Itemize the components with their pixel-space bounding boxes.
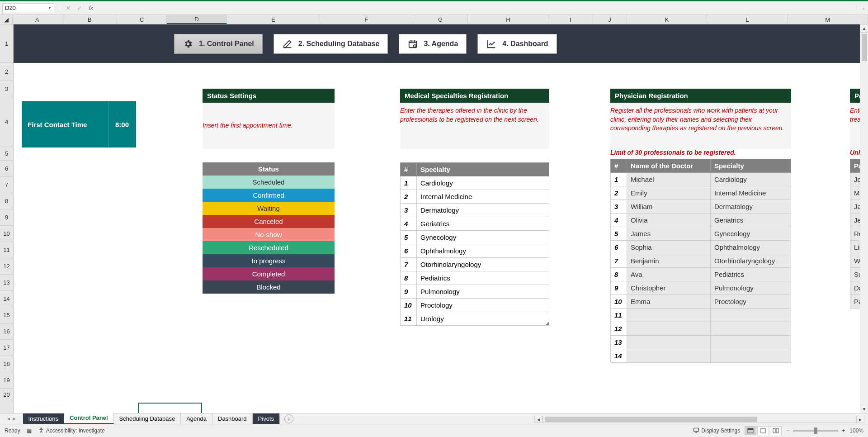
scroll-left-icon[interactable]: ◄ (534, 416, 542, 423)
sheet-tab-scheduling-database[interactable]: Scheduling Database (114, 413, 181, 424)
table-row[interactable]: 1MichaelCardiology (611, 173, 791, 186)
table-row[interactable]: 1Cardiology (401, 176, 549, 190)
formula-bar-expand-icon[interactable]: ⌄ (857, 5, 866, 10)
display-settings-icon[interactable] (693, 427, 699, 435)
row-header-19[interactable]: 19 (0, 372, 13, 389)
row-header-7[interactable]: 7 (0, 177, 13, 193)
row-header-11[interactable]: 11 (0, 242, 13, 258)
status-row[interactable]: Rescheduled (203, 241, 335, 254)
table-row[interactable]: 14 (611, 349, 791, 363)
column-header-L[interactable]: L (707, 15, 788, 24)
accept-formula-icon[interactable]: ✓ (75, 4, 84, 13)
accessibility-icon[interactable] (38, 427, 44, 435)
row-header-13[interactable]: 13 (0, 275, 13, 291)
column-header-E[interactable]: E (227, 15, 320, 24)
table-row[interactable]: 10EmmaProctology (611, 295, 791, 309)
zoom-in-button[interactable]: + (842, 428, 845, 434)
table-row[interactable]: 2EmilyInternal Medicine (611, 186, 791, 200)
view-normal-button[interactable] (745, 426, 756, 435)
table-row[interactable]: 8AvaPediatrics (611, 268, 791, 281)
row-header-18[interactable]: 18 (0, 356, 13, 372)
table-row[interactable]: 3WilliamDermatology (611, 200, 791, 214)
select-all-corner[interactable]: ◢ (0, 15, 13, 24)
column-header-A[interactable]: A (13, 15, 62, 24)
zoom-out-button[interactable]: − (786, 428, 789, 434)
sheet-tab-instructions[interactable]: Instructions (23, 413, 64, 424)
sheet-tab-dashboard[interactable]: Dashboard (212, 413, 253, 424)
nav-control-panel-button[interactable]: 1. Control Panel (174, 34, 263, 54)
column-header-F[interactable]: F (320, 15, 413, 24)
scroll-right-icon[interactable]: ► (856, 416, 864, 423)
table-row[interactable]: 10Proctology (401, 299, 549, 312)
sheet-tab-control-panel[interactable]: Control Panel (64, 413, 114, 424)
row-header-17[interactable]: 17 (0, 340, 13, 356)
view-page-break-button[interactable] (770, 426, 782, 435)
view-page-layout-button[interactable] (757, 426, 769, 435)
table-row[interactable]: 5Gynecology (401, 231, 549, 244)
nav-dashboard-button[interactable]: 4. Dashboard (477, 34, 557, 54)
row-header-10[interactable]: 10 (0, 226, 13, 242)
column-header-K[interactable]: K (627, 15, 708, 24)
row-header-1[interactable]: 1 (0, 24, 13, 63)
column-header-I[interactable]: I (548, 15, 593, 24)
row-header-20[interactable]: 20 (0, 389, 13, 401)
row-header-3[interactable]: 3 (0, 81, 13, 97)
status-row[interactable]: In progress (203, 254, 335, 267)
column-header-J[interactable]: J (593, 15, 627, 24)
column-header-G[interactable]: G (413, 15, 468, 24)
table-resize-handle-icon[interactable] (545, 321, 549, 326)
stats-icon[interactable]: ▦ (27, 428, 32, 434)
table-row[interactable]: 6SophiaOphthalmology (611, 241, 791, 254)
zoom-level[interactable]: 100% (849, 428, 863, 434)
table-row[interactable]: 11Urology (401, 312, 549, 326)
table-row[interactable]: 7Otorhinolaryngology (401, 258, 549, 271)
table-row[interactable]: 13 (611, 336, 791, 349)
column-header-H[interactable]: H (468, 15, 548, 24)
status-row[interactable]: Blocked (203, 280, 335, 294)
row-header-9[interactable]: 9 (0, 209, 13, 226)
status-row[interactable]: Confirmed (203, 189, 335, 202)
row-header-8[interactable]: 8 (0, 193, 13, 209)
table-row[interactable]: 12 (611, 322, 791, 336)
nav-scheduling-database-button[interactable]: 2. Scheduling Database (274, 34, 388, 54)
column-header-B[interactable]: B (62, 15, 118, 24)
formula-input[interactable] (98, 3, 854, 13)
table-row[interactable]: 9Pulmonology (401, 285, 549, 299)
row-header-14[interactable]: 14 (0, 291, 13, 307)
status-accessibility[interactable]: Accessibility: Investigate (46, 428, 105, 434)
cancel-formula-icon[interactable]: ✕ (64, 4, 73, 13)
status-row[interactable]: No-show (203, 228, 335, 241)
name-box[interactable]: D20 ▼ (2, 3, 54, 13)
fx-icon[interactable]: fx (86, 4, 95, 13)
row-header-16[interactable]: 16 (0, 323, 13, 340)
sheet-tab-agenda[interactable]: Agenda (181, 413, 212, 424)
column-header-D[interactable]: D (167, 15, 227, 24)
hscroll-thumb[interactable] (545, 417, 757, 422)
status-row[interactable]: Waiting (203, 202, 335, 215)
row-header-15[interactable]: 15 (0, 307, 13, 323)
sheet-tab-pivots[interactable]: Pivots (253, 413, 280, 424)
nav-agenda-button[interactable]: 3. Agenda (399, 34, 467, 54)
table-row[interactable]: 5JamesGynecology (611, 227, 791, 241)
status-row[interactable]: Completed (203, 267, 335, 280)
add-sheet-button[interactable]: + (284, 414, 293, 423)
table-row[interactable]: 9ChristopherPulmonology (611, 281, 791, 295)
scroll-up-icon[interactable]: ▲ (860, 24, 868, 33)
table-row[interactable]: 11 (611, 309, 791, 322)
tab-nav-arrows[interactable]: ◄ ► (0, 416, 23, 421)
status-row[interactable]: Canceled (203, 215, 335, 228)
horizontal-scrollbar[interactable]: ◄ ► (534, 415, 864, 424)
table-row[interactable]: 7BenjaminOtorhinolaryngology (611, 254, 791, 268)
status-row[interactable]: Scheduled (203, 176, 335, 189)
zoom-thumb[interactable] (814, 428, 817, 434)
table-row[interactable]: 6Ophthalmology (401, 244, 549, 258)
table-row[interactable]: 2Internal Medicine (401, 190, 549, 204)
scroll-down-icon[interactable]: ▼ (860, 405, 868, 413)
table-row[interactable]: 3Dermatology (401, 204, 549, 217)
name-box-dropdown-icon[interactable]: ▼ (48, 6, 52, 10)
zoom-slider[interactable] (793, 430, 838, 432)
column-header-C[interactable]: C (117, 15, 167, 24)
row-header-6[interactable]: 6 (0, 161, 13, 177)
table-row[interactable]: 8Pediatrics (401, 271, 549, 285)
row-header-5[interactable]: 5 (0, 147, 13, 161)
